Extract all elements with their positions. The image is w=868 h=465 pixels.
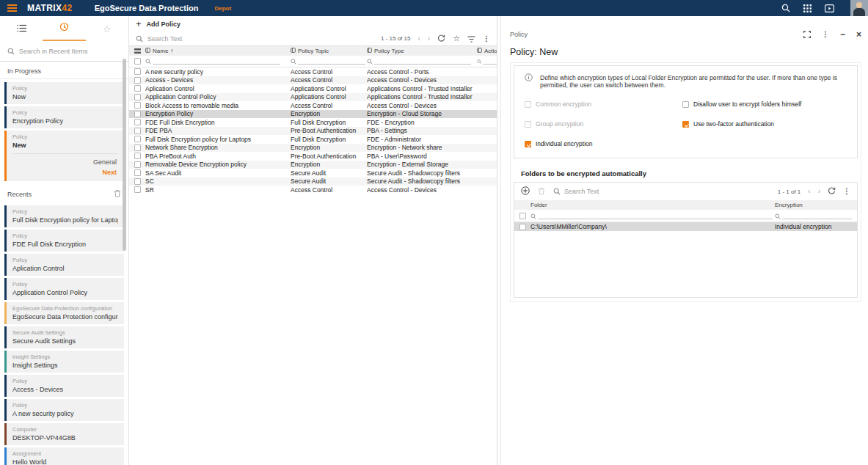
policy-search-input[interactable] — [147, 35, 258, 43]
next-link[interactable]: Next — [12, 167, 118, 177]
sidebar-item[interactable]: Secure Audit SettingsSecure Audit Settin… — [4, 326, 124, 348]
row-checkbox[interactable] — [134, 85, 141, 92]
filter-encryption-input[interactable] — [782, 211, 852, 219]
more-options-icon[interactable]: ⋮ — [843, 188, 850, 195]
apps-grid-icon[interactable] — [803, 4, 812, 12]
checkbox[interactable] — [525, 141, 531, 147]
favorite-icon[interactable]: ☆ — [453, 34, 460, 43]
column-header-name[interactable]: Name ↑ — [145, 48, 291, 54]
row-checkbox[interactable] — [134, 153, 141, 159]
sidebar-item[interactable]: Insight SettingsInsight Settings — [4, 351, 124, 373]
trash-icon[interactable] — [114, 189, 121, 199]
row-checkbox[interactable] — [519, 224, 526, 230]
sidebar-item[interactable]: PolicyEncryption Policy — [4, 106, 124, 128]
row-checkbox[interactable] — [134, 161, 141, 168]
folder-row[interactable]: C:\Users\MMiller\Company\Individual encr… — [514, 222, 857, 231]
row-checkbox[interactable] — [134, 119, 141, 125]
sidebar-scrollbar[interactable] — [123, 59, 126, 251]
table-row[interactable]: FDE Full Disk EncryptionFull Disk Encryp… — [129, 118, 497, 127]
sidebar-item[interactable]: PolicyNewGeneralNext — [4, 131, 124, 181]
sidebar-item[interactable]: PolicyAplication Control — [4, 254, 124, 276]
filter-actions-input[interactable] — [483, 56, 497, 65]
column-header-folder[interactable]: Folder — [530, 202, 775, 208]
row-checkbox[interactable] — [134, 186, 141, 193]
filter-name-input[interactable] — [153, 56, 280, 65]
tab-list[interactable] — [0, 16, 43, 41]
row-checkbox[interactable] — [134, 111, 141, 117]
depot-label[interactable]: Depot — [215, 5, 232, 12]
sidebar-item[interactable]: AssignmentHello World — [4, 447, 124, 465]
option-checkbox-row[interactable]: Common encryption — [525, 100, 682, 108]
row-checkbox[interactable] — [134, 94, 141, 100]
delete-folder-icon[interactable] — [538, 185, 545, 198]
column-header-topic[interactable]: Policy Topic — [291, 48, 367, 54]
column-header-encryption[interactable]: Encryption — [775, 202, 857, 208]
refresh-icon[interactable] — [828, 185, 836, 198]
checkbox[interactable] — [682, 121, 689, 128]
table-row[interactable]: Network Share EncryptionEncryptionEncryp… — [129, 144, 497, 153]
search-icon[interactable] — [781, 4, 790, 12]
filter-topic-input[interactable] — [298, 56, 365, 65]
camera-icon[interactable] — [825, 4, 834, 12]
table-row[interactable]: Removable Device Encryption policyEncryp… — [129, 161, 497, 169]
table-row[interactable]: Block Access to removable mediaAccess Co… — [129, 101, 497, 110]
sidebar-item[interactable]: PolicyFull Disk Encryption policy for La… — [4, 205, 124, 227]
more-options-icon[interactable]: ⋮ — [483, 35, 490, 43]
sidebar-item[interactable]: PolicyAccess - Devices — [4, 375, 124, 397]
table-row[interactable]: Full Disk Encryption policy for LaptopsF… — [129, 135, 497, 144]
row-checkbox[interactable] — [134, 144, 141, 151]
sidebar-item[interactable]: PolicyFDE Full Disk Encryption — [4, 230, 124, 252]
prev-page-icon[interactable]: ‹ — [417, 35, 420, 43]
general-link[interactable]: General — [12, 157, 118, 167]
prev-page-icon[interactable]: ‹ — [808, 188, 810, 195]
sidebar-item[interactable]: PolicyA new security policy — [4, 399, 124, 421]
row-checkbox[interactable] — [134, 169, 141, 176]
select-all-checkbox[interactable] — [519, 213, 526, 219]
filter-folder-input[interactable] — [538, 211, 773, 219]
checkbox[interactable] — [682, 101, 689, 108]
table-row[interactable]: FDE PBAPre-Boot AuthenticationPBA - Sett… — [129, 127, 497, 136]
tab-recents[interactable] — [43, 16, 85, 41]
panel-more-icon[interactable]: ⋮ — [822, 31, 829, 38]
table-row[interactable]: PBA PreBoot AuthPre-Boot AuthenticationP… — [129, 152, 497, 161]
user-avatar[interactable] — [850, 0, 868, 16]
table-row[interactable]: A new security policyAccess ControlAcces… — [129, 67, 497, 76]
row-checkbox[interactable] — [134, 136, 141, 142]
tab-favorites[interactable]: ☆ — [86, 16, 128, 41]
row-checkbox[interactable] — [134, 178, 141, 185]
refresh-icon[interactable] — [437, 32, 445, 45]
table-menu-icon[interactable] — [134, 48, 141, 54]
row-checkbox[interactable] — [134, 102, 141, 109]
table-row[interactable]: SRAccess ControlAccess Control - Devices — [129, 186, 497, 194]
next-page-icon[interactable]: › — [818, 188, 820, 195]
hamburger-menu-icon[interactable] — [7, 3, 17, 13]
sidebar-item[interactable]: PolicyApplication Control Policy — [4, 278, 124, 300]
folders-search-input[interactable] — [564, 188, 645, 195]
option-checkbox-row[interactable]: Disallow user to encrypt folders himself — [682, 100, 801, 108]
expand-icon[interactable] — [803, 28, 811, 41]
column-header-type[interactable]: Policy Type — [367, 48, 477, 54]
sidebar-item[interactable]: PolicyNew — [4, 82, 124, 104]
table-row[interactable]: Aplication ControlApplications ControlAp… — [129, 84, 497, 93]
checkbox[interactable] — [525, 101, 531, 108]
sidebar-search-input[interactable] — [19, 48, 114, 55]
add-folder-icon[interactable] — [521, 185, 530, 198]
next-page-icon[interactable]: › — [428, 35, 430, 43]
row-checkbox[interactable] — [134, 68, 141, 75]
table-row[interactable]: Application Control PolicyApplications C… — [129, 93, 497, 102]
sidebar-item[interactable]: EgoSecure Data Protection configurationE… — [4, 302, 124, 324]
sidebar-item[interactable]: ComputerDESKTOP-VP44G8B — [4, 423, 124, 445]
checkbox[interactable] — [525, 121, 531, 128]
column-header-actions[interactable]: Actions — [477, 48, 497, 54]
row-checkbox[interactable] — [134, 128, 141, 134]
filter-icon[interactable] — [467, 32, 475, 45]
close-icon[interactable]: × — [856, 29, 861, 40]
table-row[interactable]: SA Sec AuditSecure AuditSecure Audit - S… — [129, 169, 497, 177]
option-checkbox-row[interactable]: Use two-factor authentication — [682, 120, 801, 128]
filter-type-input[interactable] — [374, 56, 471, 65]
select-all-checkbox[interactable] — [134, 58, 141, 65]
option-checkbox-row[interactable]: Group encryption — [525, 120, 682, 128]
row-checkbox[interactable] — [134, 77, 141, 84]
add-policy-button[interactable]: Add Policy — [147, 21, 181, 28]
table-row[interactable]: SCSecure AuditSecure Audit - Shadowcopy … — [129, 177, 497, 186]
